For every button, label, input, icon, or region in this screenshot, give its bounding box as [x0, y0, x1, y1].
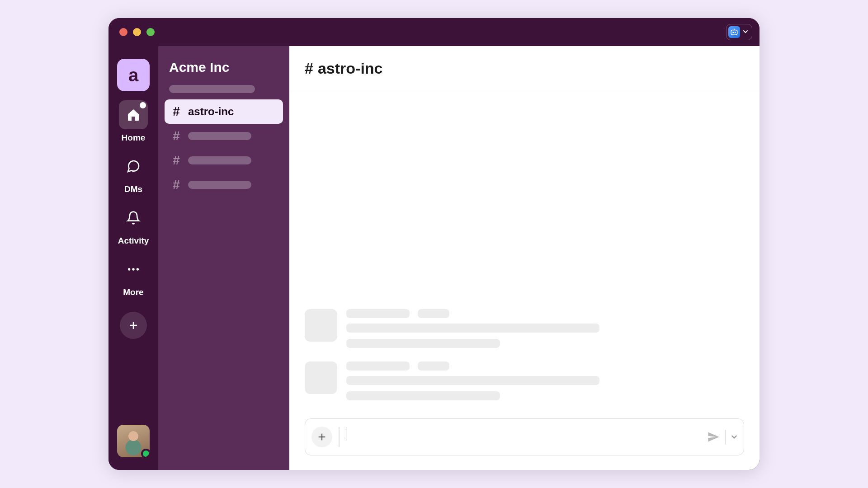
workspace-name[interactable]: Acme Inc — [165, 56, 283, 79]
nav-more-label: More — [123, 287, 143, 297]
time-placeholder — [418, 309, 449, 318]
svg-point-4 — [128, 268, 130, 270]
avatar-placeholder — [305, 361, 337, 394]
nav-activity-label: Activity — [118, 236, 149, 246]
plus-icon — [317, 432, 327, 442]
hash-icon: # — [171, 178, 182, 192]
add-button[interactable] — [120, 312, 147, 339]
channel-title: # astro-inc — [305, 60, 383, 77]
app-window: a Home DMs Activity — [108, 18, 760, 470]
author-placeholder — [346, 361, 410, 371]
hash-icon: # — [171, 153, 182, 168]
message-placeholder — [305, 361, 744, 400]
hash-icon: # — [305, 60, 313, 77]
divider — [725, 430, 726, 444]
placeholder-line — [188, 181, 251, 189]
window-close-button[interactable] — [119, 28, 127, 36]
window-minimize-button[interactable] — [133, 28, 141, 36]
message-composer — [305, 418, 744, 455]
message-input[interactable] — [346, 427, 701, 447]
text-placeholder — [346, 324, 599, 333]
channel-sidebar: Acme Inc # astro-inc # # # — [158, 46, 289, 470]
nav-dms-label: DMs — [124, 184, 142, 194]
nav-home[interactable]: Home — [113, 100, 154, 143]
profile-avatar-icon — [728, 26, 740, 38]
body-area: a Home DMs Activity — [108, 46, 760, 470]
channel-title-text: astro-inc — [318, 60, 383, 77]
svg-point-2 — [735, 32, 736, 33]
home-unread-badge — [140, 102, 146, 108]
text-placeholder — [346, 391, 500, 400]
workspace-switcher[interactable]: a — [117, 59, 150, 91]
dms-icon — [119, 152, 148, 181]
bot-face-icon — [730, 28, 738, 36]
channel-item-placeholder[interactable]: # — [165, 173, 283, 197]
channel-item-placeholder[interactable]: # — [165, 148, 283, 173]
svg-point-1 — [732, 32, 734, 33]
message-placeholder — [305, 309, 744, 348]
placeholder-line — [188, 132, 251, 140]
placeholder-line — [188, 156, 251, 164]
nav-rail: a Home DMs Activity — [108, 46, 158, 470]
traffic-lights — [119, 28, 155, 36]
text-placeholder — [346, 339, 500, 348]
channel-name: astro-inc — [188, 105, 234, 118]
plus-icon — [128, 320, 139, 331]
titlebar — [108, 18, 760, 46]
more-icon — [119, 255, 148, 284]
sidebar-section-placeholder — [169, 85, 255, 93]
nav-more[interactable]: More — [113, 255, 154, 297]
nav-home-label: Home — [122, 133, 146, 143]
channel-item-placeholder[interactable]: # — [165, 124, 283, 148]
bell-icon — [119, 203, 148, 232]
chevron-down-icon — [731, 434, 737, 440]
home-icon — [119, 100, 148, 129]
send-icon — [707, 431, 720, 443]
window-maximize-button[interactable] — [146, 28, 155, 36]
channel-header[interactable]: # astro-inc — [289, 46, 760, 91]
user-avatar[interactable] — [117, 425, 150, 457]
svg-point-5 — [132, 268, 134, 270]
svg-point-6 — [137, 268, 139, 270]
profile-menu-button[interactable] — [726, 24, 752, 40]
author-placeholder — [346, 309, 410, 318]
hash-icon: # — [171, 104, 182, 119]
chevron-down-icon — [743, 28, 748, 36]
composer-attach-button[interactable] — [311, 427, 332, 447]
avatar-placeholder — [305, 309, 337, 342]
time-placeholder — [418, 361, 449, 371]
hash-icon: # — [171, 129, 182, 143]
text-placeholder — [346, 376, 599, 385]
nav-dms[interactable]: DMs — [113, 152, 154, 194]
svg-rect-0 — [731, 30, 737, 35]
nav-activity[interactable]: Activity — [113, 203, 154, 246]
presence-online-indicator — [141, 449, 150, 457]
divider — [339, 427, 340, 447]
send-options-button[interactable] — [731, 434, 737, 440]
main-panel: # astro-inc — [289, 46, 760, 470]
send-button[interactable] — [707, 431, 720, 443]
channel-item-astro-inc[interactable]: # astro-inc — [165, 99, 283, 124]
message-list — [289, 91, 760, 414]
